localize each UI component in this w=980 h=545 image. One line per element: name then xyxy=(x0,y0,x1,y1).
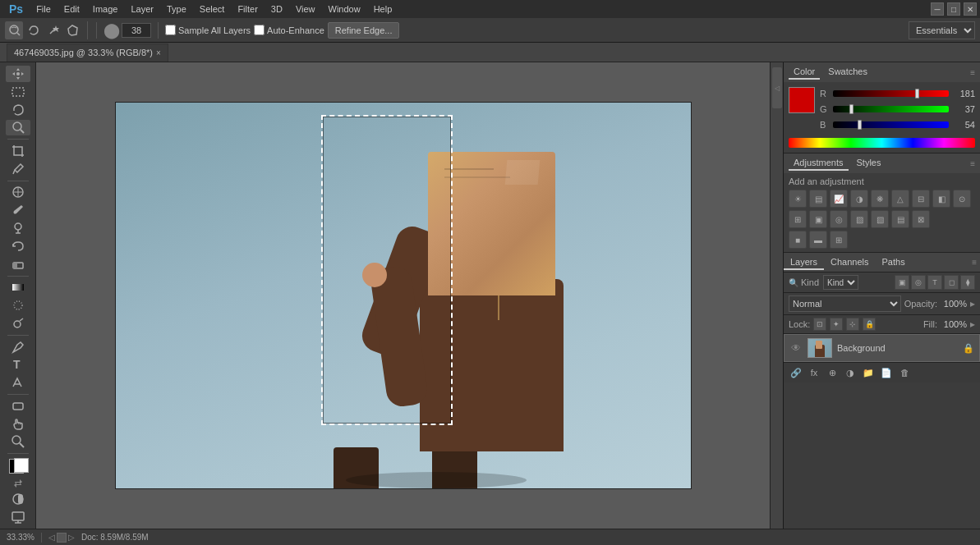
exposure-icon[interactable]: ◑ xyxy=(850,190,868,208)
channel-mixer-icon[interactable]: ⊞ xyxy=(789,210,807,228)
color-swatch[interactable] xyxy=(789,87,815,113)
levels-icon[interactable]: ▤ xyxy=(809,190,827,208)
navigator-right[interactable]: ▷ xyxy=(68,533,75,542)
channels-tab[interactable]: Channels xyxy=(824,255,875,270)
auto-enhance-checkbox[interactable]: Auto-Enhance xyxy=(254,25,324,35)
menu-image[interactable]: Image xyxy=(87,2,124,16)
layer-link-button[interactable]: 🔗 xyxy=(789,365,803,380)
type-layer-filter[interactable]: T xyxy=(927,275,942,290)
menu-filter[interactable]: Filter xyxy=(232,2,263,16)
layers-panel-menu[interactable]: ≡ xyxy=(968,258,980,267)
posterize-icon[interactable]: ▨ xyxy=(850,210,868,228)
color-balance-icon[interactable]: ⊟ xyxy=(912,190,930,208)
move-tool[interactable] xyxy=(6,66,30,82)
gradient-tool[interactable] xyxy=(6,279,30,295)
color-spectrum-bar[interactable] xyxy=(789,138,975,148)
quick-selection-tool[interactable] xyxy=(5,21,23,39)
menu-help[interactable]: Help xyxy=(368,2,398,16)
menu-view[interactable]: View xyxy=(290,2,321,16)
layer-visibility-toggle[interactable]: 👁 xyxy=(789,341,803,355)
gradient-map-icon[interactable]: ▤ xyxy=(891,210,909,228)
swap-colors[interactable] xyxy=(12,478,24,489)
color-tab[interactable]: Color xyxy=(789,65,820,80)
r-slider-track[interactable] xyxy=(833,90,949,97)
delete-layer-button[interactable]: 🗑 xyxy=(897,365,912,380)
canvas-area[interactable] xyxy=(36,62,770,529)
lock-all-button[interactable]: 🔒 xyxy=(863,318,876,331)
g-slider-track[interactable] xyxy=(833,106,949,112)
healing-brush-tool[interactable] xyxy=(6,184,30,200)
document-canvas[interactable] xyxy=(116,103,691,488)
hand-tool[interactable] xyxy=(6,416,30,433)
close-button[interactable]: ✕ xyxy=(964,2,977,16)
eyedropper-tool[interactable] xyxy=(6,161,30,177)
eraser-tool[interactable] xyxy=(6,256,30,272)
quick-select-left-tool[interactable] xyxy=(6,120,30,136)
navigator-thumb[interactable] xyxy=(57,533,67,543)
photo-filter-icon[interactable]: ⊙ xyxy=(953,190,971,208)
quick-mask-mode[interactable] xyxy=(6,491,30,507)
layer-fx-button[interactable]: fx xyxy=(807,365,821,380)
lock-transform-button[interactable]: ⊹ xyxy=(846,318,859,331)
navigator-left[interactable]: ◁ xyxy=(48,533,55,542)
new-layer-button[interactable]: 📄 xyxy=(879,365,894,380)
menu-edit[interactable]: Edit xyxy=(58,2,85,16)
polygonal-lasso-tool[interactable] xyxy=(64,21,82,39)
r-slider-thumb[interactable] xyxy=(915,89,919,98)
menu-file[interactable]: File xyxy=(30,2,57,16)
g-slider-thumb[interactable] xyxy=(849,104,853,114)
tab-close-button[interactable]: × xyxy=(156,48,161,57)
brightness-contrast-icon[interactable]: ☀ xyxy=(789,190,807,208)
rectangular-marquee-tool[interactable] xyxy=(6,84,30,100)
swatches-tab[interactable]: Swatches xyxy=(823,65,872,80)
layer-group-button[interactable]: 📁 xyxy=(861,365,876,380)
refine-edge-button[interactable]: Refine Edge... xyxy=(328,22,400,39)
lock-pixels-button[interactable]: ⊡ xyxy=(813,318,826,331)
adjustments-tab[interactable]: Adjustments xyxy=(789,156,849,171)
minimize-button[interactable]: ─ xyxy=(931,2,944,16)
bw-icon[interactable]: ◧ xyxy=(932,190,950,208)
layer-mask-button[interactable]: ⊕ xyxy=(825,365,840,380)
hue-sat-icon[interactable]: △ xyxy=(891,190,909,208)
b-slider-thumb[interactable] xyxy=(858,120,862,130)
gradient-fill-icon[interactable]: ▬ xyxy=(809,231,827,249)
invert-icon[interactable]: ◎ xyxy=(830,210,848,228)
selective-color-icon[interactable]: ⊠ xyxy=(912,210,930,228)
menu-select[interactable]: Select xyxy=(194,2,231,16)
background-layer-item[interactable]: 👁 Background 🔒 xyxy=(784,334,980,362)
history-brush-tool[interactable] xyxy=(6,238,30,254)
lasso-left-tool[interactable] xyxy=(6,102,30,118)
lasso-tool[interactable] xyxy=(25,21,43,39)
magic-wand-tool[interactable] xyxy=(44,21,62,39)
brush-size-icon[interactable]: ⬤ xyxy=(104,21,120,39)
screen-mode[interactable] xyxy=(6,509,30,525)
background-swatch[interactable] xyxy=(14,458,29,473)
collapse-button[interactable]: ◁ xyxy=(772,67,782,108)
color-panel-menu[interactable]: ≡ xyxy=(970,68,975,77)
opacity-arrow[interactable]: ▸ xyxy=(970,298,975,309)
layer-adjustment-button[interactable]: ◑ xyxy=(843,365,858,380)
type-tool[interactable]: T xyxy=(6,356,30,373)
lock-position-button[interactable]: ✦ xyxy=(830,318,843,331)
dodge-tool[interactable] xyxy=(6,315,30,332)
smart-filter[interactable]: ⧫ xyxy=(960,275,975,290)
document-tab[interactable]: 467469035.jpg @ 33.3% (RGB/8*) × xyxy=(7,44,168,62)
workspace-selector[interactable]: Essentials xyxy=(909,21,975,39)
pixel-layer-filter[interactable]: ▣ xyxy=(895,275,909,290)
shape-tool[interactable] xyxy=(6,398,30,414)
menu-3d[interactable]: 3D xyxy=(265,2,288,16)
layers-tab[interactable]: Layers xyxy=(784,255,824,270)
color-lookup-icon[interactable]: ▣ xyxy=(809,210,827,228)
solid-color-icon[interactable]: ■ xyxy=(789,231,807,249)
brush-size-input[interactable]: 38 xyxy=(122,23,151,38)
sample-all-layers-checkbox[interactable]: Sample All Layers xyxy=(165,25,251,35)
styles-tab[interactable]: Styles xyxy=(852,156,886,171)
blur-tool[interactable] xyxy=(6,297,30,314)
crop-tool[interactable] xyxy=(6,143,30,159)
curves-icon[interactable]: 📈 xyxy=(830,190,848,208)
path-selection-tool[interactable] xyxy=(6,374,30,391)
shape-layer-filter[interactable]: ◻ xyxy=(944,275,959,290)
zoom-tool[interactable] xyxy=(6,434,30,451)
maximize-button[interactable]: □ xyxy=(947,2,960,16)
pattern-icon[interactable]: ⊞ xyxy=(830,231,848,249)
